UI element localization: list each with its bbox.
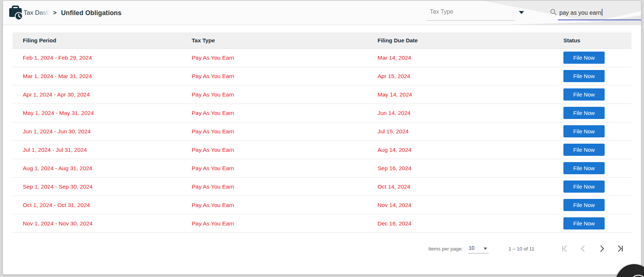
breadcrumb-parent-link[interactable]: Tax Dashboard: [24, 9, 52, 17]
filing-period-cell: Mar 1, 2024 - Mar 31, 2024: [13, 73, 181, 80]
column-header-filing-due-date: Filing Due Date: [367, 37, 553, 43]
main-card: Tax Dashboard > Unfiled Obligations Tax …: [3, 1, 641, 274]
briefcase-clock-icon: [8, 5, 23, 21]
items-per-page-label: Items per page:: [428, 246, 463, 252]
table-body: Feb 1, 2024 - Feb 29, 2024 Pay As You Ea…: [13, 49, 631, 233]
file-now-button[interactable]: File Now: [563, 52, 605, 64]
select-underline: [427, 20, 515, 21]
chevron-right-icon[interactable]: [597, 244, 606, 253]
page-range-label: 1 – 10 of 11: [509, 246, 534, 252]
search-input[interactable]: pay as you earn: [559, 9, 602, 16]
tax-type-cell: Pay As You Earn: [181, 55, 367, 61]
filing-period-cell: Oct 1, 2024 - Oct 31, 2024: [13, 202, 181, 208]
table-row: Jun 1, 2024 - Jun 30, 2024 Pay As You Ea…: [13, 122, 631, 141]
file-now-button[interactable]: File Now: [563, 70, 605, 82]
file-now-button[interactable]: File Now: [563, 162, 605, 174]
filing-due-date-cell: Jul 15, 2024: [367, 128, 553, 135]
tax-type-cell: Pay As You Earn: [181, 147, 367, 153]
filing-due-date-cell: Oct 14, 2024: [367, 183, 553, 190]
filing-due-date-cell: Aug 14, 2024: [367, 147, 553, 153]
breadcrumb: Tax Dashboard > Unfiled Obligations: [24, 1, 121, 25]
chevron-down-icon: [519, 11, 524, 14]
filing-period-cell: Nov 1, 2024 - Nov 30, 2024: [13, 220, 181, 227]
filing-due-date-cell: Mar 14, 2024: [367, 55, 553, 61]
column-header-tax-type: Tax Type: [181, 37, 367, 43]
page-title: Unfiled Obligations: [61, 9, 121, 17]
table-row: Jul 1, 2024 - Jul 31, 2024 Pay As You Ea…: [13, 141, 631, 159]
search-input-value: pay as you earn: [559, 10, 601, 16]
filing-due-date-cell: Jun 14, 2024: [367, 110, 553, 116]
last-page-icon[interactable]: [615, 244, 625, 253]
filing-period-cell: Aug 1, 2024 - Aug 31, 2024: [13, 165, 181, 172]
table-row: May 1, 2024 - May 31, 2024 Pay As You Ea…: [13, 104, 631, 122]
tax-type-cell: Pay As You Earn: [181, 202, 367, 208]
filing-due-date-cell: Apr 15, 2024: [367, 73, 553, 80]
paginator: Items per page: 10 1 – 10 of 11: [3, 244, 625, 253]
filing-period-cell: Jul 1, 2024 - Jul 31, 2024: [13, 147, 181, 153]
chat-assistant-icon: [621, 270, 644, 277]
column-header-status: Status: [553, 37, 631, 43]
unfiled-obligations-table: Filing Period Tax Type Filing Due Date S…: [13, 32, 631, 233]
table-row: Mar 1, 2024 - Mar 31, 2024 Pay As You Ea…: [13, 67, 631, 85]
tax-type-cell: Pay As You Earn: [181, 165, 367, 172]
table-row: Oct 1, 2024 - Oct 31, 2024 Pay As You Ea…: [13, 196, 631, 214]
search-focus-underline: [558, 20, 641, 20]
items-per-page-value: 10: [469, 245, 475, 251]
chevron-left-icon[interactable]: [578, 244, 588, 253]
filing-period-cell: Feb 1, 2024 - Feb 29, 2024: [13, 55, 181, 61]
first-page-icon[interactable]: [560, 244, 570, 253]
items-per-page-select[interactable]: 10: [468, 244, 489, 253]
table-row: Apr 1, 2024 - Apr 30, 2024 Pay As You Ea…: [13, 85, 631, 104]
tax-type-cell: Pay As You Earn: [181, 128, 367, 135]
table-row: Nov 1, 2024 - Nov 30, 2024 Pay As You Ea…: [13, 214, 631, 233]
search-icon: [550, 8, 557, 16]
page-nav-buttons: [551, 244, 625, 253]
file-now-button[interactable]: File Now: [563, 199, 605, 211]
filing-period-cell: Jun 1, 2024 - Jun 30, 2024: [13, 128, 181, 135]
breadcrumb-separator: >: [53, 9, 57, 17]
table-row: Aug 1, 2024 - Aug 31, 2024 Pay As You Ea…: [13, 159, 631, 178]
tax-type-select[interactable]: Tax Type: [427, 6, 525, 21]
chevron-down-icon: [484, 248, 487, 250]
tax-type-cell: Pay As You Earn: [181, 220, 367, 227]
table-row: Sep 1, 2024 - Sep 30, 2024 Pay As You Ea…: [13, 178, 631, 196]
page-header: Tax Dashboard > Unfiled Obligations Tax …: [3, 1, 641, 25]
filing-due-date-cell: May 14, 2024: [367, 91, 553, 98]
filing-due-date-cell: Nov 14, 2024: [367, 202, 553, 208]
tax-type-cell: Pay As You Earn: [181, 91, 367, 98]
table-row: Feb 1, 2024 - Feb 29, 2024 Pay As You Ea…: [13, 49, 631, 67]
file-now-button[interactable]: File Now: [563, 144, 605, 156]
file-now-button[interactable]: File Now: [563, 217, 605, 229]
file-now-button[interactable]: File Now: [563, 88, 605, 101]
file-now-button[interactable]: File Now: [563, 180, 605, 193]
tax-type-cell: Pay As You Earn: [181, 183, 367, 190]
file-now-button[interactable]: File Now: [563, 125, 605, 137]
file-now-button[interactable]: File Now: [563, 107, 605, 119]
filing-period-cell: Apr 1, 2024 - Apr 30, 2024: [13, 91, 181, 98]
search-box[interactable]: pay as you earn: [549, 6, 641, 21]
filing-period-cell: Sep 1, 2024 - Sep 30, 2024: [13, 183, 181, 190]
column-header-filing-period: Filing Period: [13, 37, 181, 43]
select-underline: [468, 253, 489, 253]
filing-due-date-cell: Sep 16, 2024: [367, 165, 553, 172]
filing-period-cell: May 1, 2024 - May 31, 2024: [13, 110, 181, 116]
filing-due-date-cell: Dec 16, 2024: [367, 220, 553, 227]
tax-type-cell: Pay As You Earn: [181, 110, 367, 116]
tax-type-cell: Pay As You Earn: [181, 73, 367, 80]
text-caret: [602, 9, 602, 16]
tax-type-placeholder: Tax Type: [430, 8, 453, 15]
table-header-row: Filing Period Tax Type Filing Due Date S…: [13, 32, 631, 49]
